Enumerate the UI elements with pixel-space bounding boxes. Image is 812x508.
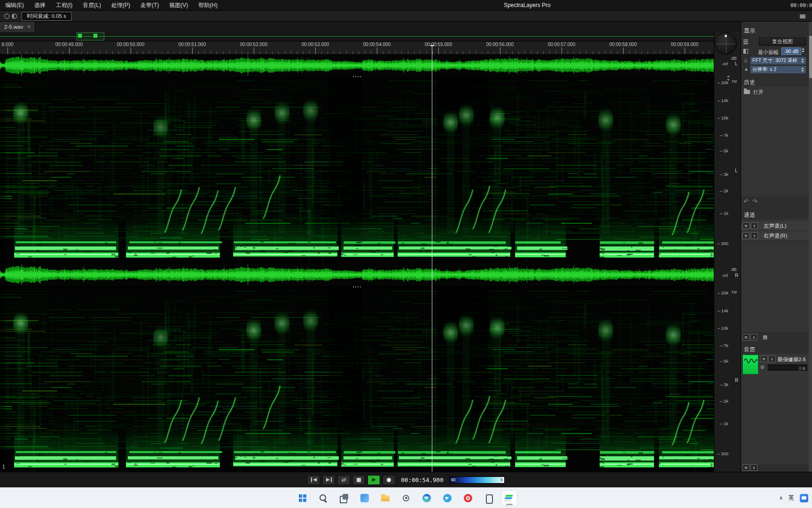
waveform-right-channel[interactable]	[0, 263, 714, 286]
circle-tool-icon[interactable]	[4, 14, 9, 19]
taskbar-edge[interactable]	[419, 490, 435, 506]
taskbar-phone-link[interactable]	[481, 490, 497, 506]
channel-row[interactable]: m s 左声道(L)	[741, 221, 809, 231]
stop-button[interactable]	[352, 475, 365, 485]
mute-button[interactable]: m	[742, 232, 750, 239]
freq-tick-label: 1k	[720, 421, 728, 426]
freq-tick-label: 2k	[720, 398, 728, 404]
taskbar-settings[interactable]	[398, 490, 414, 506]
record-button[interactable]	[383, 475, 395, 485]
min-amplitude-label: 最小振幅	[758, 49, 779, 56]
bypass-icon[interactable]: ⊘	[760, 365, 764, 370]
taskbar-task-view[interactable]	[336, 490, 352, 506]
record-icon	[463, 493, 473, 503]
selection-handle-left[interactable]	[78, 33, 82, 38]
tool-options-bar: 时间衰减: 0.05 s	[0, 10, 812, 22]
view-mode-button[interactable]: 复合视图	[759, 38, 806, 46]
time-fade-field[interactable]: 时间衰减: 0.05 s	[22, 12, 71, 21]
spectrogram-left-channel[interactable]	[0, 78, 714, 262]
menu-item[interactable]: 走带(T)	[135, 0, 164, 10]
scroll-up-icon[interactable]	[727, 75, 730, 77]
solo-button[interactable]: s	[751, 222, 758, 229]
min-amplitude-spinner[interactable]	[802, 48, 804, 53]
pan-knob[interactable]	[715, 32, 737, 55]
menu-item[interactable]: 音层(L)	[78, 0, 106, 10]
taskbar-telegram[interactable]	[439, 490, 455, 506]
freq-tick-label: 7k	[720, 133, 728, 138]
play-button[interactable]	[367, 475, 380, 485]
drag-handle-dots[interactable]	[353, 286, 361, 287]
skip-forward-button[interactable]	[322, 475, 335, 485]
taskbar-record[interactable]	[460, 490, 476, 506]
selection-handle-right[interactable]	[93, 33, 98, 38]
loop-button[interactable]: ⇄	[337, 475, 350, 485]
ruler-time-label: 00:00:55.000	[425, 42, 452, 47]
start-icon	[298, 493, 307, 503]
waveform-icon	[743, 355, 758, 374]
freq-tick-label: 5k	[720, 148, 728, 153]
task-view-icon	[339, 493, 349, 503]
redo-icon[interactable]: ↷	[752, 198, 757, 205]
menu-item[interactable]: 编辑(E)	[0, 0, 29, 10]
taskbar-search[interactable]	[315, 490, 331, 506]
transport-bar: ⇄ 00:00:54.900 60 0	[0, 472, 812, 487]
ime-indicator[interactable]: 英	[789, 494, 794, 502]
layer-mute-button[interactable]: m	[760, 356, 767, 362]
resolution-row[interactable]: 分辨率: x 2	[750, 66, 806, 73]
solo-button[interactable]: s	[751, 232, 758, 239]
chat-icon[interactable]	[800, 494, 808, 502]
telegram-icon	[443, 493, 452, 503]
waveform-left-channel[interactable]	[0, 54, 714, 77]
freq-tick-label: 3k	[720, 382, 728, 387]
fft-spinner[interactable]	[801, 58, 804, 63]
file-tab[interactable]: 2-5.wav ×	[0, 22, 35, 32]
panel-scrollbar[interactable]	[809, 22, 812, 472]
freq-tick-label: 14k	[718, 308, 728, 313]
fft-size-row[interactable]: FFT 尺寸: 3072 采样	[750, 57, 806, 64]
spectrogram-right-channel[interactable]	[0, 288, 714, 472]
layer-item[interactable]: m s 眼保健操2-5 ⊘ 音量	[741, 354, 809, 375]
freq-tick-label: 300	[717, 241, 728, 246]
layer-master-mute-button[interactable]: m	[742, 464, 750, 471]
undo-icon[interactable]: ↶	[743, 198, 749, 205]
overview-navigator[interactable]	[0, 32, 714, 41]
menu-item[interactable]: 选择	[29, 0, 51, 10]
skip-back-button[interactable]	[307, 475, 320, 485]
mute-button[interactable]: m	[742, 222, 750, 229]
fft-size-label: FFT 尺寸: 3072 采样	[752, 57, 797, 64]
layers-section-header: 音层	[744, 346, 755, 354]
scrollbar-thumb[interactable]	[809, 36, 812, 78]
taskbar-file-explorer[interactable]	[377, 490, 393, 506]
amplitude-colormap-slider[interactable]: 60 0	[449, 476, 505, 484]
layer-volume-slider[interactable]: 音量	[768, 365, 807, 371]
widgets-icon	[360, 493, 369, 503]
menu-item[interactable]: 工程(I)	[51, 0, 78, 10]
search-icon	[319, 493, 328, 503]
taskbar-widgets[interactable]	[357, 490, 373, 506]
grid-icon[interactable]: ▦	[763, 334, 767, 340]
solo-all-button[interactable]: s	[750, 334, 757, 341]
playhead-line[interactable]	[432, 45, 432, 472]
taskbar-spectralayers[interactable]	[501, 490, 517, 506]
hamburger-icon[interactable]	[800, 15, 805, 18]
channel-row[interactable]: m s 右声道(R)	[741, 231, 809, 241]
knob-indicator-dot	[725, 35, 727, 37]
chevron-up-icon[interactable]: ∧	[779, 495, 783, 501]
menu-item[interactable]: 处理(P)	[106, 0, 135, 10]
menu-item[interactable]: 帮助(H)	[193, 0, 223, 10]
drag-handle-dots[interactable]	[353, 76, 361, 77]
mute-all-button[interactable]: m	[742, 334, 750, 341]
overlap-circles-icon[interactable]	[12, 14, 17, 19]
layer-master-solo-button[interactable]: s	[750, 464, 757, 471]
time-ruler[interactable]: 8.00000:00:49.00000:00:50.00000:00:51.00…	[0, 41, 714, 54]
resolution-spinner[interactable]	[801, 67, 804, 72]
triangle-solid-icon: ▲	[744, 67, 749, 71]
volume-label: 音量	[798, 366, 806, 371]
overview-selection[interactable]	[77, 32, 104, 40]
menu-item[interactable]: 视图(V)	[164, 0, 193, 10]
taskbar-start[interactable]	[295, 490, 311, 506]
close-icon[interactable]: ×	[27, 24, 31, 30]
min-amplitude-value[interactable]: -90 dB	[781, 48, 801, 55]
layer-solo-button[interactable]: s	[768, 356, 775, 362]
layer-thumbnail[interactable]	[742, 355, 758, 374]
